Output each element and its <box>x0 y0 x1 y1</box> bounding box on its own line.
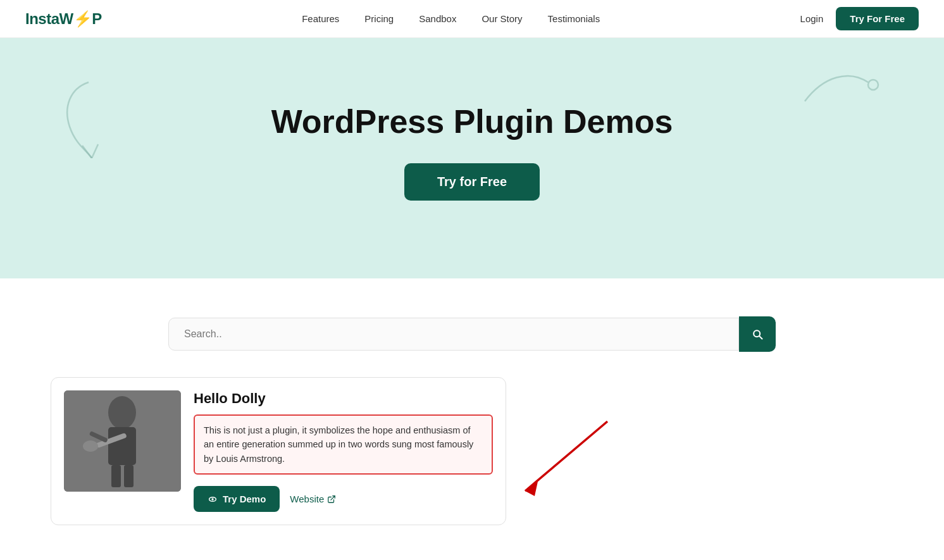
eye-icon <box>208 494 218 504</box>
login-link[interactable]: Login <box>800 13 824 24</box>
svg-point-2 <box>108 396 136 429</box>
svg-point-0 <box>868 80 878 90</box>
plugin-card-body: Hello Dolly This is not just a plugin, i… <box>194 390 493 512</box>
nav-item-pricing[interactable]: Pricing <box>364 13 394 24</box>
plugin-image <box>64 390 181 492</box>
hero-title: WordPress Plugin Demos <box>271 103 673 141</box>
nav-item-sandbox[interactable]: Sandbox <box>419 13 456 24</box>
logo-lightning-icon: ⚡ <box>73 10 92 28</box>
nav-try-free-button[interactable]: Try For Free <box>836 7 919 30</box>
annotation-arrow <box>494 415 620 519</box>
logo-text-end: P <box>92 10 102 28</box>
svg-rect-7 <box>111 465 121 487</box>
search-button[interactable] <box>739 316 776 352</box>
navbar: InstaW⚡P Features Pricing Sandbox Our St… <box>0 0 944 38</box>
deco-right <box>798 63 881 123</box>
hero-section: WordPress Plugin Demos Try for Free <box>0 38 944 278</box>
plugin-card: Hello Dolly This is not just a plugin, i… <box>51 377 506 525</box>
plugin-card-actions: Try Demo Website <box>194 486 493 512</box>
nav-item-features[interactable]: Features <box>302 13 339 24</box>
plugin-card-description: This is not just a plugin, it symbolizes… <box>204 423 483 466</box>
svg-rect-3 <box>108 427 136 465</box>
website-link[interactable]: Website <box>290 494 336 504</box>
brand-logo[interactable]: InstaW⚡P <box>25 10 102 28</box>
plugin-card-title: Hello Dolly <box>194 390 493 407</box>
logo-text-start: InstaW <box>25 10 73 28</box>
search-icon <box>751 328 764 340</box>
svg-line-12 <box>525 421 607 491</box>
try-demo-button[interactable]: Try Demo <box>194 486 280 512</box>
external-link-icon <box>327 495 336 504</box>
nav-item-testimonials[interactable]: Testimonials <box>548 13 600 24</box>
svg-line-11 <box>331 496 335 500</box>
search-container <box>168 316 776 352</box>
hero-try-free-button[interactable]: Try for Free <box>404 163 540 201</box>
svg-rect-8 <box>124 465 134 487</box>
main-content: Hello Dolly This is not just a plugin, i… <box>0 278 944 551</box>
plugin-description-highlight: This is not just a plugin, it symbolizes… <box>194 414 493 475</box>
nav-menu: Features Pricing Sandbox Our Story Testi… <box>302 13 600 25</box>
search-input[interactable] <box>168 318 739 351</box>
deco-left <box>51 76 108 161</box>
nav-item-our-story[interactable]: Our Story <box>481 13 522 24</box>
svg-point-10 <box>211 498 213 500</box>
svg-point-5 <box>83 440 98 452</box>
navbar-right: Login Try For Free <box>800 7 919 30</box>
svg-marker-13 <box>525 482 538 496</box>
